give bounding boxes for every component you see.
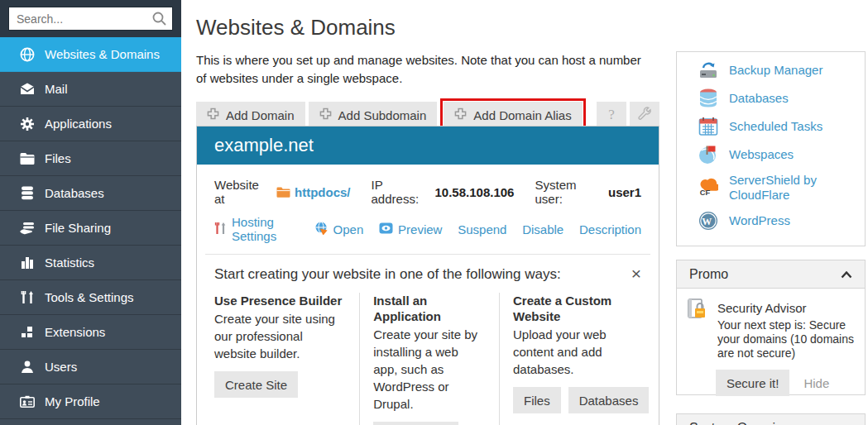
- sidebar-item-users[interactable]: Users: [0, 350, 181, 384]
- system-user-label: System user:: [535, 178, 605, 206]
- tools-icon: [17, 290, 37, 304]
- suspend-link[interactable]: Suspend: [458, 222, 506, 236]
- promo-title: Promo: [689, 267, 728, 282]
- description-link[interactable]: Description: [579, 222, 641, 236]
- sidebar-item-label: Applications: [45, 117, 112, 131]
- presence-builder-column: Use Presence Builder Create your site us…: [214, 293, 359, 425]
- sidebar: Websites & Domains Mail Applications Fil…: [0, 0, 181, 425]
- ip-label: IP address:: [372, 178, 432, 206]
- svg-text:W: W: [702, 216, 712, 227]
- install-application-column: Install an Application Create your site …: [359, 293, 499, 425]
- gear-icon: [17, 117, 37, 131]
- promo-header[interactable]: Promo: [677, 260, 865, 289]
- files-button[interactable]: Files: [513, 387, 561, 413]
- domain-info-row: Website at httpdocs/ IP address: 10.58.1…: [214, 178, 641, 206]
- preview-eye-icon: [379, 222, 393, 236]
- page-title: Websites & Domains: [196, 15, 659, 41]
- svg-text:CF: CF: [700, 189, 711, 197]
- right-tools-panel: Backup Manager Databases Scheduled Tasks…: [676, 51, 866, 246]
- install-apps-button[interactable]: Install Apps: [373, 422, 458, 425]
- plus-icon: [454, 107, 467, 122]
- sidebar-item-statistics[interactable]: Statistics: [0, 246, 181, 280]
- question-mark-icon: ?: [608, 107, 615, 123]
- sidebar-search-area: [0, 0, 181, 37]
- custom-website-column: Create a Custom Website Upload your web …: [499, 293, 641, 425]
- tools-red-icon: [214, 222, 227, 237]
- sidebar-item-mail[interactable]: Mail: [0, 72, 181, 107]
- sidebar-item-files[interactable]: Files: [0, 141, 181, 176]
- system-overview-panel: System Overview: [676, 413, 866, 425]
- security-advisor: Security Advisor Your next step is: Secu…: [688, 298, 855, 361]
- domain-card-header: example.net: [197, 127, 659, 165]
- divider: [205, 254, 650, 255]
- httpdocs-link[interactable]: httpdocs/: [295, 185, 351, 199]
- add-domain-alias-button[interactable]: Add Domain Alias: [444, 102, 582, 128]
- domain-card-body: Website at httpdocs/ IP address: 10.58.1…: [197, 178, 659, 425]
- getting-started-columns: Use Presence Builder Create your site us…: [214, 293, 641, 425]
- secure-it-button[interactable]: Secure it!: [716, 370, 789, 396]
- close-icon[interactable]: ×: [631, 266, 641, 280]
- security-advisor-icon: [688, 298, 709, 361]
- blocks-icon: [17, 326, 37, 338]
- scheduled-tasks-link[interactable]: Scheduled Tasks: [698, 117, 865, 136]
- wordpress-icon: W: [698, 211, 718, 231]
- sidebar-item-label: Extensions: [45, 325, 105, 339]
- open-link[interactable]: Open: [314, 221, 364, 237]
- id-card-icon: [17, 395, 37, 408]
- cloudflare-icon: CF: [698, 178, 718, 198]
- sidebar-item-tools-settings[interactable]: Tools & Settings: [0, 280, 181, 315]
- add-domain-button[interactable]: Add Domain: [196, 102, 305, 128]
- collapse-chevron-icon[interactable]: [841, 421, 852, 425]
- sidebar-item-databases[interactable]: Databases: [0, 176, 181, 211]
- domain-card: example.net Website at httpdocs/ IP addr…: [196, 126, 659, 425]
- help-button[interactable]: ?: [597, 102, 626, 128]
- sidebar-item-label: Databases: [45, 186, 104, 200]
- file-sharing-icon: [17, 222, 37, 235]
- preview-link[interactable]: Preview: [379, 222, 442, 236]
- domain-links-row: Hosting Settings Open Preview: [214, 215, 641, 243]
- databases-button[interactable]: Databases: [568, 387, 650, 413]
- sidebar-item-extensions[interactable]: Extensions: [0, 315, 181, 350]
- system-user-value: user1: [608, 185, 641, 199]
- column-text: Create your site using our professional …: [214, 310, 346, 362]
- backup-manager-icon: [698, 60, 718, 80]
- sidebar-item-label: Tools & Settings: [45, 290, 134, 304]
- database-icon: [17, 186, 37, 200]
- advisor-text: Your next step is: Secure your domains (…: [717, 318, 863, 361]
- collapse-chevron-icon[interactable]: [841, 267, 852, 282]
- create-site-button[interactable]: Create Site: [214, 371, 298, 398]
- sidebar-item-label: Statistics: [45, 255, 94, 270]
- page-description: This is where you set up and manage webs…: [196, 51, 643, 88]
- sidebar-item-my-profile[interactable]: My Profile: [0, 384, 181, 419]
- sidebar-item-applications[interactable]: Applications: [0, 107, 181, 141]
- ip-value: 10.58.108.106: [435, 185, 515, 199]
- settings-wrench-button[interactable]: [630, 102, 659, 128]
- user-icon: [17, 361, 37, 374]
- disable-link[interactable]: Disable: [522, 222, 563, 236]
- servershield-link[interactable]: CF ServerShield by CloudFlare: [698, 173, 865, 203]
- main-content: Websites & Domains This is where you set…: [196, 0, 659, 131]
- wordpress-link[interactable]: W WordPress: [698, 211, 865, 231]
- sidebar-nav: Websites & Domains Mail Applications Fil…: [0, 37, 181, 419]
- promo-panel: Promo Security Advisor Your next step is…: [676, 260, 866, 395]
- bar-chart-icon: [17, 256, 37, 270]
- hosting-settings-link[interactable]: Hosting Settings: [214, 215, 299, 243]
- add-domain-alias-label: Add Domain Alias: [473, 108, 571, 122]
- webspaces-link[interactable]: Webspaces: [698, 145, 865, 165]
- open-globe-icon: [314, 221, 328, 237]
- advisor-title: Security Advisor: [717, 301, 863, 315]
- hide-link[interactable]: Hide: [803, 376, 829, 390]
- sidebar-item-websites-domains[interactable]: Websites & Domains: [0, 37, 181, 72]
- domain-name: example.net: [214, 135, 314, 156]
- folder-icon: [17, 152, 37, 165]
- plus-icon: [207, 107, 219, 122]
- sidebar-item-label: Websites & Domains: [45, 47, 160, 61]
- system-overview-title: System Overview: [689, 421, 792, 425]
- sidebar-item-file-sharing[interactable]: File Sharing: [0, 211, 181, 246]
- system-overview-header[interactable]: System Overview: [677, 414, 865, 425]
- add-subdomain-button[interactable]: Add Subdomain: [309, 102, 438, 128]
- databases-link[interactable]: Databases: [698, 88, 865, 108]
- backup-manager-link[interactable]: Backup Manager: [698, 60, 865, 80]
- search-input[interactable]: [8, 7, 173, 31]
- sidebar-item-label: Users: [45, 360, 77, 374]
